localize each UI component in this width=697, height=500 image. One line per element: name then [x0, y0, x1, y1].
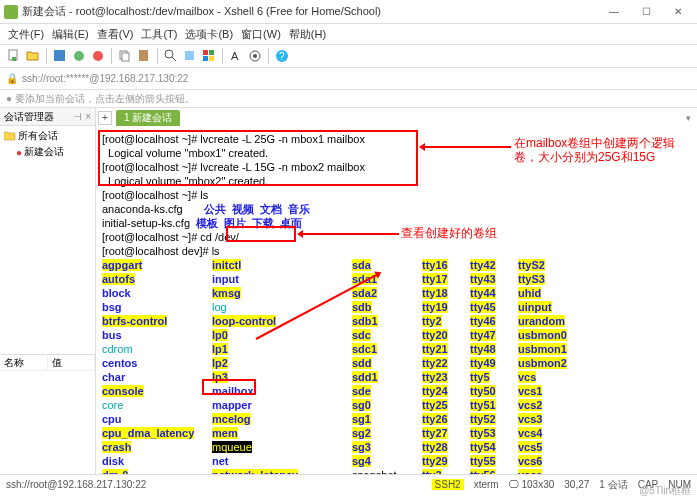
svg-point-3 [74, 51, 84, 61]
lock-icon: 🔒 [6, 73, 18, 84]
tree-root-label: 所有会话 [18, 129, 58, 143]
menu-help[interactable]: 帮助(H) [287, 27, 328, 42]
new-icon[interactable] [6, 48, 22, 64]
svg-rect-7 [139, 50, 148, 61]
titlebar: 新建会话 - root@localhost:/dev/mailbox - Xsh… [0, 0, 697, 24]
status-sess: 1 会话 [599, 478, 627, 492]
ls-output: agpgartautofsblockbsgbtrfs-controlbuscdr… [102, 258, 691, 474]
tab-dropdown-icon[interactable]: ▾ [686, 113, 691, 123]
app-icon [4, 5, 18, 19]
terminal-area: + 1 新建会话 ▾ [root@localhost ~]# lvcreate … [96, 108, 697, 474]
status-ssh: SSH2 [432, 479, 464, 490]
info-text: ● 要添加当前会话，点击左侧的箭头按钮。 [6, 92, 195, 106]
svg-rect-11 [203, 50, 208, 55]
tab-bar: + 1 新建会话 ▾ [96, 108, 697, 128]
tab-active[interactable]: 1 新建会话 [116, 110, 180, 126]
address-text[interactable]: ssh://root:******@192.168.217.130:22 [22, 73, 188, 84]
svg-point-4 [93, 51, 103, 61]
menubar: 文件(F) 编辑(E) 查看(V) 工具(T) 选项卡(B) 窗口(W) 帮助(… [0, 24, 697, 44]
svg-rect-10 [185, 51, 194, 60]
sidebar-title-text: 会话管理器 [4, 110, 54, 124]
save-icon[interactable] [52, 48, 68, 64]
sidebar-pin-icon[interactable]: ⊣ × [73, 111, 91, 122]
menu-file[interactable]: 文件(F) [6, 27, 46, 42]
session-tree: 所有会话 ● 新建会话 [0, 126, 95, 354]
svg-point-8 [165, 50, 173, 58]
svg-point-17 [253, 54, 257, 58]
folder-icon [4, 131, 16, 141]
col-name[interactable]: 名称 [0, 355, 48, 370]
menu-tab[interactable]: 选项卡(B) [183, 27, 235, 42]
font-icon[interactable]: A [228, 48, 244, 64]
property-panel: 名称 值 [0, 354, 95, 474]
search-icon[interactable] [163, 48, 179, 64]
svg-rect-12 [209, 50, 214, 55]
svg-rect-13 [203, 56, 208, 61]
toolbar: A ? [0, 44, 697, 68]
minimize-button[interactable]: — [599, 2, 629, 22]
properties-icon[interactable] [182, 48, 198, 64]
svg-rect-2 [54, 50, 65, 61]
connect-icon[interactable] [71, 48, 87, 64]
help-icon[interactable]: ? [274, 48, 290, 64]
status-left: ssh://root@192.168.217.130:22 [6, 479, 146, 490]
info-bar: ● 要添加当前会话，点击左侧的箭头按钮。 [0, 90, 697, 108]
color-icon[interactable] [201, 48, 217, 64]
tree-root[interactable]: 所有会话 [2, 128, 93, 144]
menu-view[interactable]: 查看(V) [95, 27, 136, 42]
main-row: 会话管理器 ⊣ × 所有会话 ● 新建会话 名称 值 + 1 新建会话 ▾ [0, 108, 697, 474]
terminal[interactable]: [root@localhost ~]# lvcreate -L 25G -n m… [96, 128, 697, 474]
svg-text:A: A [231, 50, 239, 62]
disconnect-icon[interactable] [90, 48, 106, 64]
menu-window[interactable]: 窗口(W) [239, 27, 283, 42]
svg-rect-6 [122, 53, 129, 61]
svg-rect-1 [12, 57, 16, 61]
status-bar: ssh://root@192.168.217.130:22 SSH2 xterm… [0, 474, 697, 494]
tree-child-label: 新建会话 [24, 145, 64, 159]
close-button[interactable]: ✕ [663, 2, 693, 22]
session-icon: ● [16, 147, 22, 158]
paste-icon[interactable] [136, 48, 152, 64]
svg-line-9 [172, 57, 176, 61]
sidebar: 会话管理器 ⊣ × 所有会话 ● 新建会话 名称 值 [0, 108, 96, 474]
sidebar-title: 会话管理器 ⊣ × [0, 108, 95, 126]
tree-child[interactable]: ● 新建会话 [2, 144, 93, 160]
menu-edit[interactable]: 编辑(E) [50, 27, 91, 42]
status-pos: 30,27 [564, 479, 589, 490]
svg-rect-14 [209, 56, 214, 61]
col-value[interactable]: 值 [48, 355, 96, 370]
tab-add-button[interactable]: + [98, 111, 112, 125]
menu-tools[interactable]: 工具(T) [139, 27, 179, 42]
watermark: @5Tlin框框 [639, 484, 691, 498]
window-controls: — ☐ ✕ [599, 2, 693, 22]
maximize-button[interactable]: ☐ [631, 2, 661, 22]
address-bar: 🔒 ssh://root:******@192.168.217.130:22 [0, 68, 697, 90]
copy-icon[interactable] [117, 48, 133, 64]
property-cols: 名称 值 [0, 355, 95, 371]
svg-text:?: ? [279, 51, 285, 62]
window-title: 新建会话 - root@localhost:/dev/mailbox - Xsh… [22, 4, 599, 19]
status-term: xterm [474, 479, 499, 490]
open-icon[interactable] [25, 48, 41, 64]
status-size: 🖵 103x30 [509, 479, 555, 490]
settings-icon[interactable] [247, 48, 263, 64]
